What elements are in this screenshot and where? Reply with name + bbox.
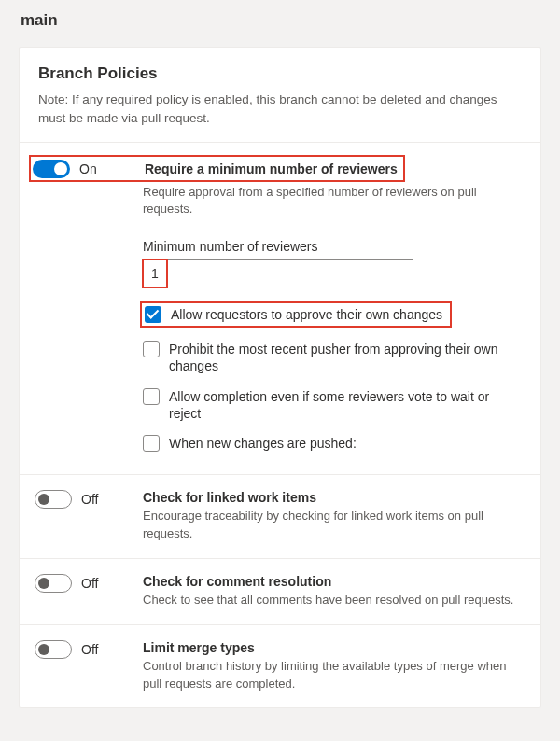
policy-title: Require a minimum number of reviewers	[145, 161, 398, 176]
toggle-state-label: Off	[81, 492, 98, 507]
highlighted-policy-header: On Require a minimum number of reviewers	[35, 158, 522, 182]
policy-require-reviewers: On Require a minimum number of reviewers…	[20, 143, 540, 476]
checkbox-label: When new changes are pushed:	[169, 435, 357, 452]
option-allow-completion-row: Allow completion even if some reviewers …	[143, 388, 522, 422]
checkbox-label: Prohibit the most recent pusher from app…	[169, 341, 522, 374]
policy-limit-merge-types: Off Limit merge types Control branch his…	[20, 625, 540, 708]
toggle-require-reviewers[interactable]	[33, 160, 70, 178]
policy-desc: Require approval from a specified number…	[143, 184, 522, 219]
option-new-changes-row: When new changes are pushed:	[143, 435, 522, 452]
section-title: Branch Policies	[38, 64, 522, 83]
checkbox-allow-self[interactable]	[145, 306, 161, 323]
checkbox-prohibit-pusher[interactable]	[143, 341, 160, 357]
toggle-limit-merge-types[interactable]	[35, 640, 72, 659]
toggle-state-label: Off	[81, 576, 98, 591]
option-prohibit-pusher-row: Prohibit the most recent pusher from app…	[143, 341, 522, 374]
checkbox-allow-completion[interactable]	[143, 388, 160, 405]
min-reviewers-label: Minimum number of reviewers	[143, 239, 522, 254]
policy-desc: Check to see that all comments have been…	[143, 592, 522, 609]
min-reviewers-input[interactable]	[143, 259, 413, 287]
checkbox-label: Allow completion even if some reviewers …	[169, 388, 522, 422]
toggle-state-label: On	[79, 161, 97, 176]
option-allow-self-row: Allow requestors to approve their own ch…	[143, 304, 522, 328]
checkbox-label: Allow requestors to approve their own ch…	[171, 307, 442, 322]
toggle-state-label: Off	[81, 642, 98, 657]
policy-comment-resolution: Off Check for comment resolution Check t…	[20, 559, 540, 625]
policy-linked-work-items: Off Check for linked work items Encourag…	[20, 475, 540, 559]
policy-title: Limit merge types	[143, 640, 522, 655]
policy-title: Check for comment resolution	[143, 574, 522, 589]
toggle-linked-work-items[interactable]	[35, 490, 72, 509]
reviewer-options-list: Allow requestors to approve their own ch…	[143, 304, 522, 452]
min-reviewers-field: Minimum number of reviewers	[143, 239, 522, 287]
policy-desc: Control branch history by limiting the a…	[143, 658, 522, 693]
page-title: main	[0, 0, 560, 37]
policy-title: Check for linked work items	[143, 490, 522, 505]
section-note: Note: If any required policy is enabled,…	[38, 91, 522, 129]
branch-policies-card: Branch Policies Note: If any required po…	[19, 47, 541, 708]
card-header: Branch Policies Note: If any required po…	[20, 48, 540, 143]
policy-desc: Encourage traceability by checking for l…	[143, 508, 522, 543]
toggle-comment-resolution[interactable]	[35, 574, 72, 593]
checkbox-new-changes[interactable]	[143, 435, 160, 452]
